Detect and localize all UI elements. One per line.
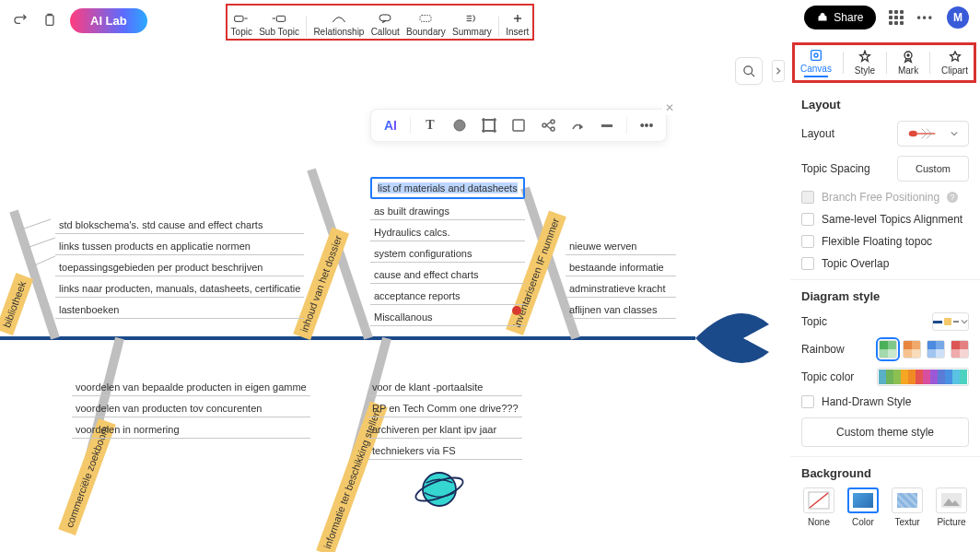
custom-theme-button[interactable]: Custom theme style <box>801 417 969 447</box>
topic-item[interactable]: bestaande informatie <box>566 260 676 276</box>
topic-item[interactable]: system configurations <box>370 246 525 263</box>
bone-label-bibliotheek[interactable]: bibliotheek <box>0 273 33 335</box>
hand-drawn-checkbox[interactable] <box>801 395 814 408</box>
topic-item[interactable]: as built drawings <box>370 204 525 220</box>
topic-item[interactable]: RP en Tech Comm one drive??? <box>368 401 522 417</box>
background-heading: Background <box>801 466 969 480</box>
topic-item[interactable]: toepassingsgebieden per product beschrij… <box>55 260 304 276</box>
info-icon[interactable]: ? <box>947 192 958 203</box>
topic-item[interactable]: acceptance reports <box>370 288 525 305</box>
rainbow-option-3[interactable] <box>927 340 945 358</box>
rainbow-option-1[interactable] <box>879 340 897 358</box>
node-more-button[interactable]: ••• <box>636 115 657 135</box>
svg-point-13 <box>814 53 818 57</box>
topic-item[interactable]: links tussen products en applicatie norm… <box>55 239 304 255</box>
node-context-toolbar: AI T ••• ✕ <box>370 109 667 142</box>
avatar[interactable]: M <box>947 6 969 29</box>
topic-item[interactable]: aflijnen van classes <box>566 302 676 319</box>
rainbow-option-2[interactable] <box>903 340 921 358</box>
topic-list-inventariseren: nieuwe wervenbestaande informatieadminst… <box>566 239 676 319</box>
toolbar-boundary[interactable]: Boundary <box>406 12 446 37</box>
node-toolbar-close[interactable]: ✕ <box>662 100 677 115</box>
rainbow-label: Rainbow <box>801 343 845 356</box>
topic-item[interactable]: voordelen in normering <box>72 422 310 439</box>
tab-style[interactable]: Style <box>855 50 875 76</box>
node-shape-button[interactable] <box>508 115 529 135</box>
node-branch-button[interactable] <box>538 115 558 135</box>
svg-rect-45 <box>513 120 524 131</box>
topic-item[interactable]: archiveren per klant ipv jaar <box>368 422 522 439</box>
toolbar-callout[interactable]: Callout <box>371 12 400 37</box>
topic-spacing-select[interactable]: Custom <box>897 156 969 182</box>
svg-line-23 <box>927 134 931 138</box>
redo-icon[interactable] <box>11 11 29 29</box>
topic-item[interactable]: nieuwe werven <box>566 239 676 255</box>
topic-item[interactable]: lastenboeken <box>55 302 304 319</box>
toolbar-topic[interactable]: Topic <box>231 12 252 37</box>
overlap-checkbox[interactable] <box>801 257 814 270</box>
rainbow-option-4[interactable] <box>951 340 969 358</box>
more-icon[interactable]: ••• <box>916 11 934 24</box>
toolbar-relationship[interactable]: Relationship <box>313 12 364 37</box>
topic-item[interactable]: cause and effect charts <box>370 267 525 284</box>
svg-rect-0 <box>46 16 53 26</box>
tab-canvas[interactable]: Canvas <box>800 48 832 77</box>
panel-tabbar: Canvas Style Mark Clipart <box>792 42 976 83</box>
bg-option-color[interactable]: Color <box>846 487 881 527</box>
topic-item[interactable]: voordelen van bepaalde producten in eige… <box>72 380 310 396</box>
svg-line-50 <box>546 125 551 129</box>
topic-item[interactable]: techniekers via FS <box>368 443 522 460</box>
svg-rect-6 <box>420 16 431 22</box>
branch-free-checkbox[interactable] <box>801 191 814 204</box>
properties-panel: Layout Layout Topic Spacing Custom Branc… <box>790 85 980 552</box>
main-toolbar: Topic Sub Topic Relationship Callout Bou… <box>226 4 534 41</box>
overlap-label: Topic Overlap <box>822 257 889 270</box>
ai-lab-button[interactable]: AI Lab <box>70 8 147 33</box>
topic-color-label: Topic color <box>801 370 854 383</box>
same-level-checkbox[interactable] <box>801 213 814 226</box>
svg-line-21 <box>927 129 931 134</box>
toolbar-summary[interactable]: Summary <box>452 12 492 37</box>
layout-select[interactable] <box>897 121 969 147</box>
node-frame-button[interactable] <box>479 115 499 135</box>
bg-option-picture[interactable]: Picture <box>934 487 969 527</box>
topic-item[interactable]: list of materials and datasheets <box>370 177 525 199</box>
svg-line-20 <box>922 129 927 134</box>
bg-option-none[interactable]: None <box>801 487 836 527</box>
topic-list-inhoud: list of materials and datasheetsas built… <box>370 177 525 326</box>
node-line-button[interactable] <box>597 115 617 135</box>
apps-icon[interactable] <box>889 10 904 25</box>
topic-color-palette[interactable] <box>877 368 969 386</box>
node-connector-button[interactable] <box>567 115 588 135</box>
topic-item[interactable]: links naar producten, manuals, datasheet… <box>55 281 304 298</box>
topic-list-commerciele: voordelen van bepaalde producten in eige… <box>72 380 310 439</box>
toolbar-insert[interactable]: Insert <box>506 12 529 37</box>
svg-rect-40 <box>484 120 495 131</box>
node-fill-button[interactable] <box>449 115 470 135</box>
topic-item[interactable]: adminstratieve kracht <box>566 281 676 298</box>
node-text-button[interactable]: T <box>420 115 440 135</box>
topic-item[interactable]: voordelen van producten tov concurenten <box>72 401 310 417</box>
svg-line-49 <box>546 122 551 125</box>
share-button[interactable]: Share <box>804 6 876 29</box>
topic-list-informatie: voor de klant -portaalsiteRP en Tech Com… <box>368 380 522 460</box>
svg-point-48 <box>551 127 554 131</box>
topic-style-select[interactable] <box>932 312 969 331</box>
flexible-checkbox[interactable] <box>801 235 814 248</box>
topic-item[interactable]: std blokschema's. std cause and effect c… <box>55 217 304 234</box>
tab-mark[interactable]: Mark <box>898 50 918 76</box>
planet-clipart[interactable] <box>414 464 464 514</box>
topic-item[interactable]: Hydraulics calcs. <box>370 225 525 241</box>
topic-item[interactable]: voor de klant -portaalsite <box>368 380 522 396</box>
bg-option-textur[interactable]: Textur <box>890 487 925 527</box>
node-ai-button[interactable]: AI <box>380 115 401 135</box>
tab-clipart[interactable]: Clipart <box>941 50 968 76</box>
same-level-label: Same-level Topics Alignment <box>822 213 962 226</box>
toolbar-subtopic[interactable]: Sub Topic <box>259 12 299 37</box>
svg-point-46 <box>542 123 546 127</box>
svg-line-35 <box>27 238 55 248</box>
topic-item[interactable]: Miscallanous <box>370 310 525 326</box>
clipboard-icon[interactable] <box>41 11 59 29</box>
hand-drawn-label: Hand-Drawn Style <box>822 395 911 408</box>
svg-rect-1 <box>235 16 243 21</box>
